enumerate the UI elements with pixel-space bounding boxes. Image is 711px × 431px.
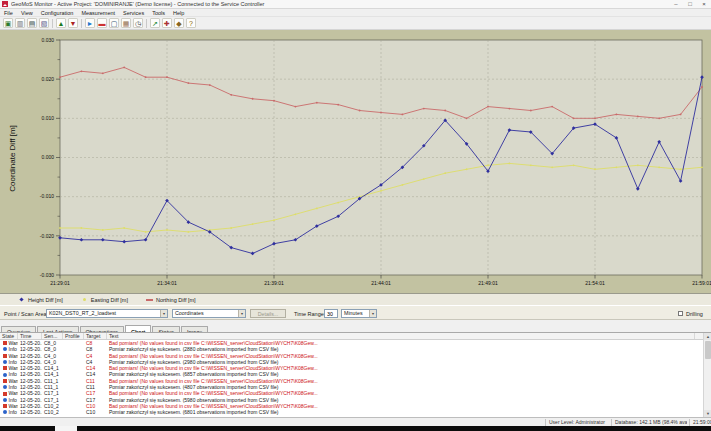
menu-help[interactable]: Help bbox=[169, 10, 188, 16]
menu-measurement[interactable]: Measurement bbox=[77, 10, 119, 16]
info-icon bbox=[3, 373, 7, 377]
help-icon[interactable]: ? bbox=[186, 18, 196, 28]
log-table-header: StateTimeSen...ProfileTargetText bbox=[0, 333, 703, 340]
view-tabs: OverviewLast ActionsObservationsChartSta… bbox=[0, 320, 711, 333]
new-project-icon[interactable]: ▣ bbox=[3, 18, 13, 28]
svg-text:21:29:01: 21:29:01 bbox=[50, 280, 70, 286]
column-header-target[interactable]: Target bbox=[84, 333, 107, 339]
chevron-down-icon: ▾ bbox=[160, 310, 167, 317]
info-icon bbox=[3, 398, 7, 402]
clock-icon[interactable]: ◷ bbox=[133, 18, 143, 28]
svg-text:-0.020: -0.020 bbox=[40, 233, 54, 239]
print-icon[interactable]: ▤ bbox=[27, 18, 37, 28]
sensor-start-icon[interactable]: ▲ bbox=[56, 18, 66, 28]
column-header-text[interactable]: Text bbox=[107, 333, 695, 339]
svg-text:21:49:01: 21:49:01 bbox=[478, 280, 498, 286]
chevron-down-icon: ▾ bbox=[369, 310, 376, 317]
view-type-select[interactable]: Coordinates ▾ bbox=[172, 309, 246, 318]
drilling-label: Drilling bbox=[686, 311, 703, 317]
info-icon bbox=[3, 385, 7, 389]
svg-text:-0.010: -0.010 bbox=[40, 193, 54, 199]
svg-text:21:59:01: 21:59:01 bbox=[692, 280, 711, 286]
scrollbar-thumb[interactable] bbox=[705, 341, 711, 359]
coordinate-diff-chart[interactable]: 0.0300.0200.0100.000-0.010-0.020-0.03021… bbox=[0, 30, 711, 293]
window-title: GeoMoS Monitor - Active Project: 'DOMINI… bbox=[11, 1, 669, 7]
y-axis-title: Coordinate Diff [m] bbox=[8, 89, 17, 229]
close-button[interactable]: × bbox=[697, 0, 711, 9]
legend-dot-icon bbox=[81, 297, 88, 302]
menu-services[interactable]: Services bbox=[119, 10, 148, 16]
export-icon[interactable]: ↗ bbox=[150, 18, 160, 28]
toolbar-separator bbox=[81, 19, 82, 28]
time-range-label: Time Range: bbox=[294, 311, 325, 317]
run-measurement-icon[interactable]: ► bbox=[85, 18, 95, 28]
legend-dash-icon bbox=[146, 297, 153, 302]
legend-item: Northing Diff [m] bbox=[146, 297, 196, 303]
table-scrollbar[interactable]: ▲ ▼ bbox=[703, 333, 711, 417]
time-unit-select[interactable]: Minutes ▾ bbox=[341, 309, 377, 318]
info-icon bbox=[3, 360, 7, 364]
chevron-down-icon: ▾ bbox=[238, 310, 245, 317]
menu-tools[interactable]: Tools bbox=[148, 10, 169, 16]
taskbar bbox=[0, 426, 711, 431]
svg-text:21:39:01: 21:39:01 bbox=[264, 280, 284, 286]
menu-file[interactable]: File bbox=[0, 10, 17, 16]
log-table: StateTimeSen...ProfileTargetText Warning… bbox=[0, 333, 711, 417]
svg-text:0.000: 0.000 bbox=[41, 154, 54, 160]
scroll-up-icon[interactable]: ▲ bbox=[704, 333, 711, 340]
window-controls: – □ × bbox=[669, 0, 711, 9]
chart-legend: Height Diff [m]Easting Diff [m]Northing … bbox=[0, 293, 711, 305]
warning-icon bbox=[3, 354, 7, 358]
status-database: Database: 142.1 MB (98.4% available) bbox=[611, 419, 687, 426]
grid-view-icon[interactable]: ▦ bbox=[121, 18, 131, 28]
point-scan-select[interactable]: K02N_DST0_RT_2_loadtest ▾ bbox=[46, 309, 168, 318]
chart-region: 0.0300.0200.0100.000-0.010-0.020-0.03021… bbox=[0, 30, 711, 293]
monitor-icon[interactable]: ▢ bbox=[109, 18, 119, 28]
time-unit-value: Minutes bbox=[344, 310, 363, 316]
warning-icon bbox=[3, 404, 7, 408]
status-bar: User Level: Administrator Database: 142.… bbox=[0, 417, 711, 426]
svg-text:21:34:01: 21:34:01 bbox=[157, 280, 177, 286]
svg-text:-0.030: -0.030 bbox=[40, 272, 54, 278]
copy-icon[interactable]: ▥ bbox=[15, 18, 25, 28]
menu-bar: FileViewConfigurationMeasurementServices… bbox=[0, 9, 711, 17]
column-header-time[interactable]: Time bbox=[18, 333, 42, 339]
menu-view[interactable]: View bbox=[17, 10, 37, 16]
svg-text:0.020: 0.020 bbox=[41, 76, 54, 82]
view-type-value: Coordinates bbox=[175, 310, 204, 316]
legend-label: Easting Diff [m] bbox=[91, 297, 128, 303]
time-range-input[interactable] bbox=[324, 309, 338, 318]
column-header-state[interactable]: State bbox=[0, 333, 18, 339]
pause-icon[interactable]: ▬ bbox=[97, 18, 107, 28]
sensor-stop-icon[interactable]: ▼ bbox=[68, 18, 78, 28]
status-user-level: User Level: Administrator bbox=[545, 419, 609, 426]
warning-icon bbox=[3, 366, 7, 370]
app-window: GeoMoS Monitor - Active Project: 'DOMINI… bbox=[0, 0, 711, 431]
toolbar: ▣▥▤▧▲▼►▬▢▦◷↗✚◆? bbox=[0, 17, 711, 30]
scroll-down-icon[interactable]: ▼ bbox=[704, 410, 711, 417]
taskbar-button[interactable] bbox=[55, 426, 77, 431]
geomos-logo-icon bbox=[2, 1, 8, 7]
drilling-checkbox[interactable] bbox=[678, 311, 683, 316]
svg-text:0.010: 0.010 bbox=[41, 115, 54, 121]
minimize-button[interactable]: – bbox=[669, 0, 683, 9]
toolbar-separator bbox=[146, 19, 147, 28]
details-button[interactable]: Details... bbox=[250, 309, 286, 318]
svg-text:21:54:01: 21:54:01 bbox=[585, 280, 605, 286]
column-header-sen[interactable]: Sen... bbox=[42, 333, 63, 339]
point-scan-value: K02N_DST0_RT_2_loadtest bbox=[49, 310, 116, 316]
point-scan-label: Point / Scan Area: bbox=[4, 311, 48, 317]
column-header-profile[interactable]: Profile bbox=[63, 333, 84, 339]
log-table-rows: Warning12-05-20...C8_0C8Bad pomiars! (No… bbox=[0, 340, 703, 417]
analysis-icon[interactable]: ◆ bbox=[174, 18, 184, 28]
legend-item: Height Diff [m] bbox=[18, 297, 63, 303]
svg-text:21:44:01: 21:44:01 bbox=[371, 280, 391, 286]
menu-configuration[interactable]: Configuration bbox=[37, 10, 78, 16]
report-icon[interactable]: ▧ bbox=[39, 18, 49, 28]
toolbar-separator bbox=[52, 19, 53, 28]
maximize-button[interactable]: □ bbox=[683, 0, 697, 9]
warning-icon bbox=[3, 341, 7, 345]
status-clock: 21:59:00 bbox=[689, 419, 711, 426]
legend-label: Northing Diff [m] bbox=[156, 297, 196, 303]
tools-icon[interactable]: ✚ bbox=[162, 18, 172, 28]
